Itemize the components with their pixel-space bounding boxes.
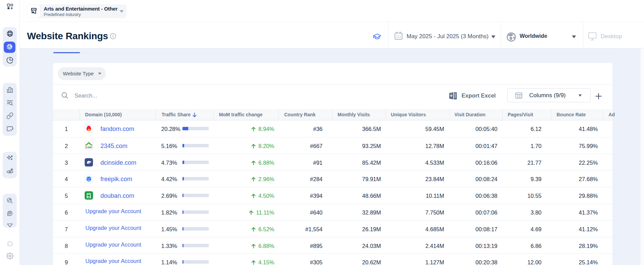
svg-text:2345: 2345 xyxy=(85,145,93,149)
